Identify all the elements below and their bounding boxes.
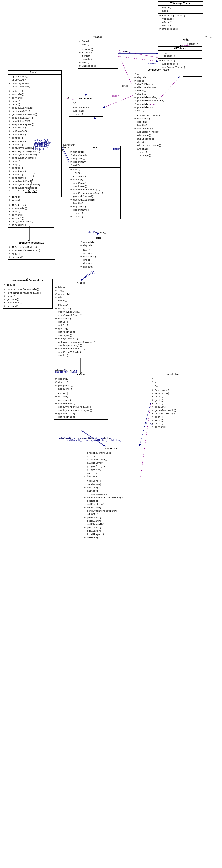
IPInterfaceModule-title: IPInterfaceModule [8,241,55,245]
Position-attrs: # x_ # y_ # Z_ [151,377,196,388]
NodeCore-title: NodeCore [83,447,139,451]
svg-text:/binPtr_: /binPtr_ [95,231,106,234]
Plugin-title: Plugin [54,281,108,285]
svg-line-24 [117,50,133,88]
nodeCorePt-label: nodeCorePt_ crossLayerSAPlist_ position_ [66,439,121,442]
downLayerSAP-label: downLayerSAP_ [34,144,52,146]
ConnectorTrace-attrs: # pt_ # dep_th_ # debug_ # dirToPlugin_ … [133,72,183,114]
UmtsIPInterfaceModule-attrs: # ipclst [3,283,53,287]
PktTracer-title: PktTracer [69,97,103,101]
Tracer-box: Tracer - level_ - next_ + Tracer() + tra… [78,35,118,68]
Module-attrs: - upLayerSAP_ - upLaySAnum_ - downLayerS… [8,74,61,89]
svg-text:pktTr_: pktTr_ [121,85,130,87]
SAP-attrs: # upModule_ # downModule_ # depthUp_ # d… [69,150,120,167]
CIMessageTracer-box: CIMessageTracer - cType_ - next_ + CIMes… [158,1,203,31]
CIMessageTracer-methods: + CIMessageTracer() + format() + cType()… [159,13,203,31]
ConnectorTrace-box: ConnectorTrace # pt_ # dep_th_ # debug_ … [133,68,183,158]
Module-box: Module - upLayerSAP_ - upLaySAnum_ - dow… [7,70,61,197]
commonTr-label: _commonTr_ [147,62,161,64]
svg-line-56 [81,430,106,446]
Bin-attrs: # preamble_ # dep_th_ [79,240,118,248]
CIMessageTracer-attrs: - cType_ - next_ [159,5,203,13]
CITracer-title: CITracer [159,47,202,51]
Plugin-box: Plugin # binPtr_ # tag_ # uLayerId_ - ui… [54,281,108,358]
SAP-methods: + SAP() + ~SAP() + command() + sendUp() … [69,167,120,219]
Position-methods: + Position() + ~Position() + getX() + ge… [151,388,196,429]
IPModule-box: IPModule # ipAddr_ # subnet_ + IPModule(… [7,191,54,227]
Position-box: Position # x_ # y_ # Z_ + Position() + ~… [151,373,196,429]
Tracer-attrs: - level_ - next_ [78,39,118,48]
NodeCore-box: NodeCore - crossLayerSAPlist_ - nLayer_ … [83,447,139,540]
pktTr-label: pktTr_ [112,148,121,150]
UmtsIPInterfaceModule-box: UmtsIPInterfaceModule # ipclst + UmtsIPI… [2,279,53,309]
Position-title: Position [151,373,196,377]
Plugin-attrs: # binPtr_ # tag_ # uLayerId_ - uid_ - cl… [54,285,108,303]
PktTracer-attrs: - tr_ [69,101,103,105]
CISAP-attrs: # depthNC_ # depth_P_ # pluginPtr_ - nod… [54,377,108,392]
binPtr-label: /binPtr_ [87,272,98,275]
next-label-ci: next_ [205,35,212,38]
IPInterfaceModule-methods: + IPInterfaceModule() + ~IPInterfaceModu… [8,245,55,259]
Bin-methods: + Bin() + ~Bin() + command() + drop() + … [79,248,118,269]
svg-line-41 [61,146,69,161]
Bin-title: Bin [79,236,118,240]
CISAP-methods: + CISAR() + ~CISAR() + command() + sendM… [54,392,108,419]
uml-diagram: next_ _commonTr_ next_ - tr_ ciTr_ downM… [0,0,222,868]
CITracer-attrs: - tr_ - _commonTr_ [159,51,202,59]
IPModule-methods: + IPModule() + ~IPModule() + recv() + co… [8,203,54,227]
IPModule-attrs: # ipAddr_ # subnet_ [8,195,54,203]
Tracer-title: Tracer [78,35,118,39]
CIMessageTracer-title: CIMessageTracer [159,1,203,5]
SAP-box: SAP # upModule_ # downModule_ # depthUp_… [69,146,120,219]
Module-title: Module [8,70,61,74]
CISAP-title: CISAP [54,373,108,377]
Bin-box: Bin # preamble_ # dep_th_ + Bin() + ~Bin… [79,236,118,269]
upLayerSAP-label: upLayerSAP_ [34,141,49,144]
IPModule-title: IPModule [8,191,54,195]
svg-line-21 [82,430,106,447]
svg-line-33 [118,57,158,61]
CISAP-box: CISAP # depthNC_ # depth_P_ # pluginPtr_… [54,373,108,420]
svg-text:pktTr_: pktTr_ [112,95,120,97]
upModule-label: upModule_ [33,148,46,150]
NodeCore-attrs: - crossLayerSAPlist_ - nLayer_ - clsapPe… [83,451,139,479]
ConnectorTrace-title: ConnectorTrace [133,68,183,72]
svg-line-58 [139,403,151,446]
svg-line-23 [141,404,151,477]
svg-text:next_: next_ [182,38,189,41]
svg-line-9 [60,146,69,163]
IPInterfaceModule-box: IPInterfaceModule + IPInterfaceModule() … [7,241,55,260]
svg-text:/binPtr_: /binPtr_ [88,231,99,234]
next-tracer-label: next_ [118,52,125,54]
PktTracer-box: PktTracer - tr_ + PktTracer() + addTrace… [69,97,103,117]
svg-line-39 [103,95,133,108]
NodeCore-methods: + NodeCore() + ~NodeCore() + battery() +… [83,479,139,540]
Tracer-methods: + Tracer() + trace() + format() + level(… [78,48,118,68]
UmtsIPInterfaceModule-title: UmtsIPInterfaceModule [3,279,53,283]
Plugin-methods: + Plugin() + ~Plugin() + recvAsyncCIMsgl… [54,303,108,358]
ConnectorTrace-methods: + ConnectorTrace() + command() + dep_th(… [133,114,183,158]
svg-text:_commonTr_: _commonTr_ [181,44,195,46]
UmtsIPInterfaceModule-methods: + UmtsIPInterfaceModule() + ~UmtsIPInter… [3,287,53,308]
svg-text:next_: next_ [183,39,190,41]
PktTracer-methods: + PktTracer() + addTrace() + trace() [69,105,103,117]
svg-text:_commonTr_: _commonTr_ [186,43,200,45]
